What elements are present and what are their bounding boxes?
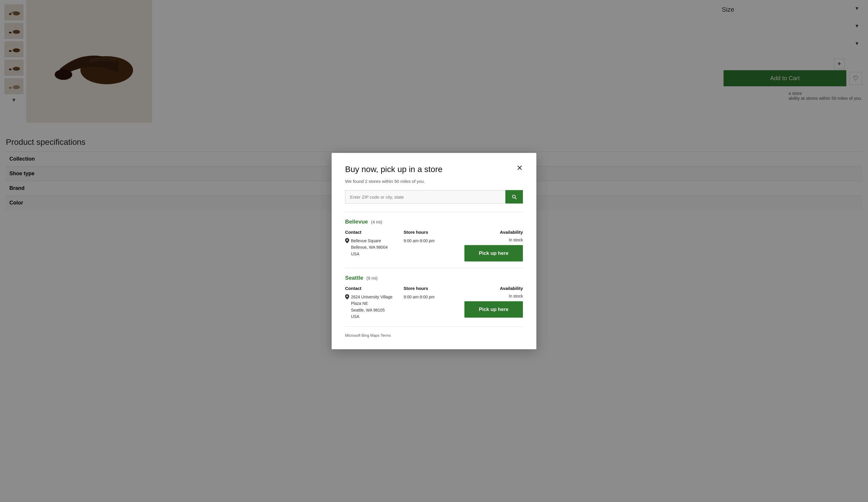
seattle-location-pin-icon bbox=[345, 294, 349, 301]
seattle-contact-col: Contact 2624 University Village Plaza NE… bbox=[345, 286, 404, 320]
bottom-divider bbox=[345, 326, 523, 327]
bellevue-store-name: Bellevue bbox=[345, 218, 368, 225]
bellevue-hours: 9:00 am-9:00 pm bbox=[404, 237, 462, 244]
store-pickup-modal: Buy now, pick up in a store ✕ We found 2… bbox=[332, 153, 536, 349]
bellevue-contact-col: Contact Bellevue Square Bellevue, WA 980… bbox=[345, 230, 404, 257]
modal-subtitle: We found 2 stores within 50 miles of you… bbox=[345, 179, 523, 184]
zip-search-button[interactable] bbox=[505, 190, 523, 204]
seattle-cols: Contact 2624 University Village Plaza NE… bbox=[345, 286, 523, 320]
bellevue-contact-header: Contact bbox=[345, 230, 404, 235]
top-divider bbox=[345, 212, 523, 212]
seattle-addr4: USA bbox=[351, 313, 392, 320]
modal-title: Buy now, pick up in a store bbox=[345, 165, 443, 174]
bellevue-stock-status: In stock bbox=[462, 237, 523, 242]
seattle-addr1: 2624 University Village bbox=[351, 294, 392, 300]
seattle-address-text: 2624 University Village Plaza NE Seattle… bbox=[351, 294, 392, 320]
modal-close-button[interactable]: ✕ bbox=[516, 164, 523, 173]
bellevue-addr3: USA bbox=[351, 251, 388, 257]
store-divider bbox=[345, 268, 523, 268]
location-pin-icon bbox=[345, 238, 349, 245]
bellevue-hours-col: Store hours 9:00 am-9:00 pm bbox=[404, 230, 462, 244]
seattle-pickup-button[interactable]: Pick up here bbox=[464, 301, 523, 318]
bellevue-pickup-button[interactable]: Pick up here bbox=[464, 245, 523, 262]
bellevue-cols: Contact Bellevue Square Bellevue, WA 980… bbox=[345, 230, 523, 262]
bellevue-avail-col: Availability In stock Pick up here bbox=[462, 230, 523, 262]
modal-header: Buy now, pick up in a store ✕ bbox=[345, 165, 523, 174]
seattle-addr2: Plaza NE bbox=[351, 300, 392, 307]
bing-terms: Microsoft Bing Maps Terms bbox=[345, 333, 523, 337]
store-entry-seattle: Seattle (9 mi) Contact 2624 University V… bbox=[345, 275, 523, 320]
bellevue-address: Bellevue Square Bellevue, WA 98004 USA bbox=[345, 237, 404, 257]
bellevue-name-row: Bellevue (4 mi) bbox=[345, 218, 523, 225]
seattle-hours: 9:00 am-9:00 pm bbox=[404, 294, 462, 300]
zip-input[interactable] bbox=[345, 190, 505, 204]
seattle-avail-col: Availability In stock Pick up here bbox=[462, 286, 523, 318]
seattle-address: 2624 University Village Plaza NE Seattle… bbox=[345, 294, 404, 320]
seattle-stock-status: In stock bbox=[462, 294, 523, 298]
seattle-contact-header: Contact bbox=[345, 286, 404, 291]
bing-terms-link[interactable]: Microsoft Bing Maps Terms bbox=[345, 333, 391, 337]
bellevue-address-text: Bellevue Square Bellevue, WA 98004 USA bbox=[351, 237, 388, 257]
zip-search-row bbox=[345, 190, 523, 204]
seattle-distance: (9 mi) bbox=[366, 276, 378, 280]
seattle-avail-header: Availability bbox=[462, 286, 523, 291]
store-entry-bellevue: Bellevue (4 mi) Contact Bellevue Square … bbox=[345, 218, 523, 262]
bellevue-hours-header: Store hours bbox=[404, 230, 462, 235]
bellevue-addr1: Bellevue Square bbox=[351, 237, 388, 244]
bellevue-avail-header: Availability bbox=[462, 230, 523, 235]
seattle-addr3: Seattle, WA 98105 bbox=[351, 307, 392, 313]
seattle-name-row: Seattle (9 mi) bbox=[345, 275, 523, 281]
seattle-store-name: Seattle bbox=[345, 275, 363, 281]
bellevue-addr2: Bellevue, WA 98004 bbox=[351, 244, 388, 250]
seattle-hours-header: Store hours bbox=[404, 286, 462, 291]
bellevue-distance: (4 mi) bbox=[371, 219, 382, 224]
search-icon bbox=[511, 194, 517, 200]
seattle-hours-col: Store hours 9:00 am-9:00 pm bbox=[404, 286, 462, 300]
